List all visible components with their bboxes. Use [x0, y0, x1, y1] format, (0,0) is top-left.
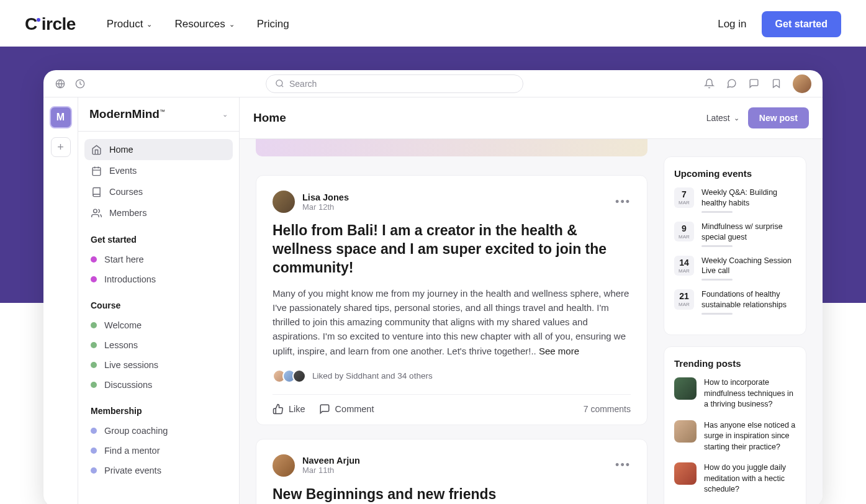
sidebar-item-members[interactable]: Members: [84, 202, 233, 223]
sidebar-item-label: Courses: [109, 187, 143, 197]
feed: Lisa Jones Mar 12th ••• Hello from Bali!…: [256, 139, 647, 495]
space-label: Introductions: [104, 274, 156, 284]
event-date: 21 MAR: [674, 289, 694, 310]
event-progress: [701, 245, 733, 247]
clock-icon[interactable]: [74, 78, 86, 89]
space-dot: [91, 448, 97, 454]
event-title: Weekly Coaching Session Live call: [701, 256, 796, 277]
space-dot: [91, 256, 97, 263]
post-author[interactable]: Naveen Arjun: [302, 456, 608, 466]
post-card: Lisa Jones Mar 12th ••• Hello from Bali!…: [256, 175, 647, 425]
like-button[interactable]: Like: [273, 403, 305, 415]
post-title[interactable]: Hello from Bali! I am a creator in the h…: [273, 222, 631, 277]
add-workspace-button[interactable]: +: [51, 137, 71, 157]
trending-row[interactable]: How to incorporate mindfulness technique…: [674, 377, 796, 410]
event-title: Foundations of healthy sustainable relat…: [701, 289, 796, 310]
post-author-avatar[interactable]: [273, 191, 295, 213]
space-item[interactable]: Discussions: [84, 375, 233, 395]
page-title: Home: [253, 111, 286, 125]
space-label: Discussions: [104, 380, 152, 390]
space-item[interactable]: Start here: [84, 250, 233, 269]
trending-avatar: [674, 420, 697, 443]
users-icon: [91, 207, 102, 218]
new-post-button[interactable]: New post: [748, 107, 809, 128]
sidebar-item-courses[interactable]: Courses: [84, 181, 233, 202]
app-topbar: Search: [43, 70, 823, 97]
post-menu-button[interactable]: •••: [615, 459, 631, 472]
nav-link-pricing[interactable]: Pricing: [257, 18, 289, 30]
post-date: Mar 11th: [302, 466, 608, 475]
space-item[interactable]: Find a mentor: [84, 441, 233, 461]
space-item[interactable]: Lessons: [84, 335, 233, 355]
sidebar-item-label: Members: [109, 208, 147, 218]
home-icon: [91, 144, 102, 155]
event-row[interactable]: 7 MAR Weekly Q&A: Building healthy habit…: [674, 187, 796, 213]
user-avatar[interactable]: [793, 74, 811, 93]
workspace-rail: M +: [43, 97, 78, 504]
event-title: Weekly Q&A: Building healthy habits: [701, 187, 796, 209]
event-date: 14 MAR: [674, 256, 694, 276]
space-item[interactable]: Private events: [84, 461, 233, 480]
message-icon[interactable]: [726, 78, 737, 89]
likes-text[interactable]: Liked by Siddhant and 34 others: [312, 371, 433, 380]
see-more-link[interactable]: See more: [539, 346, 579, 356]
sidebar-item-home[interactable]: Home: [84, 139, 233, 160]
trending-avatar: [674, 462, 697, 485]
nav-links: Product⌄ Resources⌄ Pricing: [107, 18, 289, 30]
comment-icon: [319, 403, 330, 415]
space-label: Find a mentor: [104, 446, 160, 456]
upcoming-events-card: Upcoming events 7 MAR Weekly Q&A: Buildi…: [664, 156, 806, 335]
chevron-down-icon: ⌄: [229, 20, 235, 29]
trending-row[interactable]: How do you juggle daily meditation with …: [674, 462, 796, 495]
event-date: 7 MAR: [674, 187, 694, 208]
comment-count[interactable]: 7 comments: [584, 404, 631, 414]
space-item[interactable]: Group coaching: [84, 421, 233, 441]
like-avatars[interactable]: [273, 369, 306, 383]
search-placeholder: Search: [289, 79, 317, 89]
post-body: Many of you might know me from my journe…: [273, 286, 631, 358]
chevron-down-icon: ⌄: [734, 114, 739, 122]
space-dot: [91, 382, 97, 388]
trending-posts-title: Trending posts: [674, 358, 796, 369]
event-row[interactable]: 9 MAR Mindfulness w/ surprise special gu…: [674, 222, 796, 247]
trending-row[interactable]: Has anyone else noticed a surge in inspi…: [674, 420, 796, 453]
search-input[interactable]: Search: [266, 74, 523, 93]
space-dot: [91, 467, 97, 474]
space-item[interactable]: Introductions: [84, 269, 233, 289]
chat-icon[interactable]: [748, 78, 759, 89]
post-title[interactable]: New Beginnings and new friends: [273, 485, 631, 504]
post-author[interactable]: Lisa Jones: [302, 192, 608, 202]
post-author-avatar[interactable]: [273, 454, 295, 477]
space-dot: [91, 362, 97, 368]
chevron-down-icon: ⌄: [147, 20, 152, 29]
space-dot: [91, 322, 97, 328]
workspace-switcher[interactable]: M: [50, 106, 72, 128]
sort-dropdown[interactable]: Latest⌄: [706, 113, 739, 123]
post-menu-button[interactable]: •••: [615, 196, 631, 209]
sidebar-item-events[interactable]: Events: [84, 160, 233, 181]
app-window: Search M + ModernMind™ ⌄ HomeEventsCours…: [43, 70, 823, 504]
nav-link-product[interactable]: Product⌄: [107, 18, 153, 30]
trending-text: How to incorporate mindfulness technique…: [704, 377, 796, 410]
event-row[interactable]: 14 MAR Weekly Coaching Session Live call: [674, 256, 796, 281]
logo[interactable]: Circle: [25, 14, 76, 34]
svg-point-2: [276, 80, 282, 86]
space-item[interactable]: Live sessions: [84, 355, 233, 375]
bell-icon[interactable]: [703, 78, 715, 89]
space-label: Private events: [104, 466, 161, 475]
section-title: Get started: [84, 223, 233, 250]
login-link[interactable]: Log in: [718, 18, 746, 30]
space-dot: [91, 342, 97, 348]
space-item[interactable]: Welcome: [84, 315, 233, 335]
nav-link-resources[interactable]: Resources⌄: [174, 18, 234, 30]
event-row[interactable]: 21 MAR Foundations of healthy sustainabl…: [674, 289, 796, 315]
trending-posts-card: Trending posts How to incorporate mindfu…: [664, 346, 806, 504]
banner-image: [256, 139, 647, 156]
get-started-button[interactable]: Get started: [762, 11, 841, 37]
comment-button[interactable]: Comment: [319, 403, 374, 415]
bookmark-icon[interactable]: [770, 78, 782, 89]
community-switcher[interactable]: ModernMind™ ⌄: [78, 97, 239, 132]
globe-icon[interactable]: [55, 78, 66, 89]
sidebar: ModernMind™ ⌄ HomeEventsCoursesMembersGe…: [78, 97, 240, 504]
community-name: ModernMind: [89, 107, 160, 120]
